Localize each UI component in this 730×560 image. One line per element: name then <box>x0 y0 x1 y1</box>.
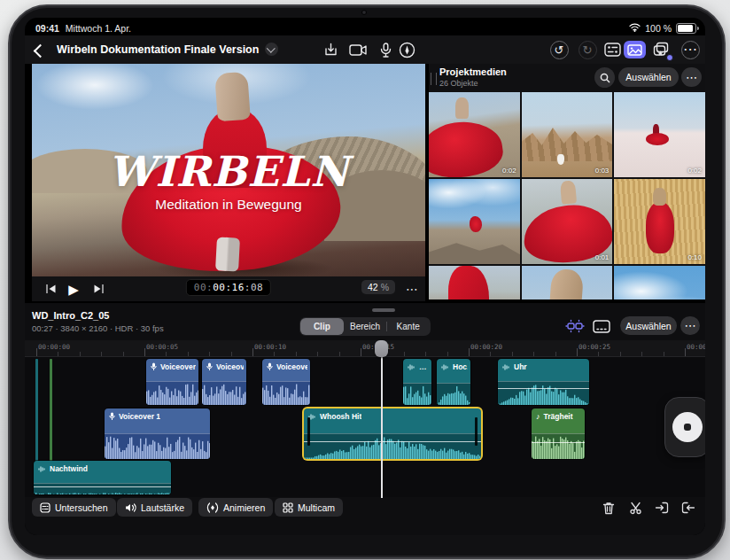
media-thumbnail[interactable]: 0:02 <box>429 179 520 264</box>
volume-button[interactable]: Lautstärke <box>117 498 192 517</box>
screen: 09:41 Mittwoch 1. Apr. 100 % Wirbeln Dok… <box>25 18 705 535</box>
blade-icon[interactable] <box>625 498 645 517</box>
segment-edge[interactable]: Kante <box>386 318 430 335</box>
media-thumbnail[interactable]: 0:02 <box>429 92 520 177</box>
redo-button[interactable]: ↻ <box>578 40 597 59</box>
timeline-more-button[interactable]: ⋯ <box>680 316 700 335</box>
camera-button[interactable] <box>348 40 368 59</box>
clip-duration: 0:01 <box>595 253 610 261</box>
clip-duration: 0:03 <box>595 167 610 175</box>
ruler-label: 00:00:20 <box>470 343 502 351</box>
edit-mode-segmented-control: Clip Bereich Kante <box>299 317 431 336</box>
timeline-clip-traegheit[interactable]: ♪Trägheit <box>532 408 585 459</box>
media-thumbnail[interactable] <box>429 266 520 299</box>
pencil-button[interactable] <box>397 40 416 59</box>
segment-clip[interactable]: Clip <box>300 318 344 335</box>
media-thumbnail[interactable]: 0:03 <box>522 92 613 177</box>
timeline-clip-voiceover-1[interactable]: Voiceover 1 <box>105 408 210 459</box>
dancer-hat <box>214 72 251 121</box>
video-subtitle-overlay: Meditation in Bewegung <box>32 197 425 213</box>
video-title-overlay: WIRBELN <box>32 147 425 196</box>
timecode-display[interactable]: 00:00:16:08 <box>186 279 271 296</box>
timeline-select-button[interactable]: Auswählen <box>620 316 677 335</box>
ruler-label: 00:00:25 <box>579 343 610 351</box>
timeline-resize-handle[interactable] <box>372 308 395 312</box>
clip-duration: 0:02 <box>687 167 702 175</box>
import-button[interactable] <box>321 40 340 59</box>
timeline-ruler[interactable]: 00:00:00 00:00:05 00:00:10 00:00:15 00:0… <box>25 340 705 357</box>
media-select-button[interactable]: Auswählen <box>618 67 679 87</box>
video-viewer[interactable]: WIRBELN Meditation in Bewegung <box>32 64 425 276</box>
battery-percent: 100 % <box>645 23 672 34</box>
jog-dial[interactable] <box>664 397 705 457</box>
skip-back-icon[interactable] <box>43 281 58 297</box>
timeline-footer: Untersuchen Lautstärke Animieren Multica… <box>25 496 705 521</box>
status-date: Mittwoch 1. Apr. <box>66 23 131 34</box>
timeline-clip-whoosh-hit[interactable]: Whoosh Hit <box>304 408 481 459</box>
media-grid: 0:02 0:03 0:02 0:02 0:01 0:10 <box>429 92 705 299</box>
playhead-handle[interactable] <box>375 340 388 357</box>
timeline-tracks: Voiceover 2 Voiceover 2 Voiceover 3 … Ho… <box>25 357 705 497</box>
segment-range[interactable]: Bereich <box>344 318 387 335</box>
inspector-button[interactable] <box>602 40 622 59</box>
viewer-more-button[interactable]: ⋯ <box>406 282 418 296</box>
media-thumbnail[interactable] <box>522 266 613 299</box>
header-more-button[interactable]: ⋯ <box>680 40 700 59</box>
media-browser-button[interactable] <box>624 41 646 58</box>
trim-handle-right[interactable] <box>475 417 478 446</box>
jog-knob[interactable] <box>672 412 703 442</box>
clip-duration: 0:02 <box>502 167 516 175</box>
clip-duration: 0:02 <box>502 253 516 261</box>
media-panel-count: 26 Objekte <box>439 79 478 88</box>
ruler-label: 00:00:00 <box>38 343 70 351</box>
inspect-button[interactable]: Untersuchen <box>32 498 116 517</box>
timeline-clip-uhr[interactable]: Uhr <box>498 359 589 405</box>
app-toolbar: Wirbeln Dokumentation Finale Version ↺ ↻ <box>25 35 705 64</box>
timeline-clip-name: WD_Intro_C2_05 <box>32 310 109 321</box>
front-camera <box>361 10 367 15</box>
panel-resize-handle[interactable] <box>431 73 437 85</box>
clip-duration: 0:10 <box>687 253 702 261</box>
dancer-legs <box>215 237 240 271</box>
media-thumbnail[interactable]: 0:01 <box>522 179 613 264</box>
project-title[interactable]: Wirbeln Dokumentation Finale Version <box>57 43 278 56</box>
chevron-down-icon[interactable] <box>265 43 278 56</box>
ipad-device: 09:41 Mittwoch 1. Apr. 100 % Wirbeln Dok… <box>0 0 730 560</box>
multicam-button[interactable]: Multicam <box>275 498 343 517</box>
magnetic-timeline-icon[interactable] <box>564 316 585 336</box>
timeline-clip-voiceover-3[interactable]: Voiceover 3 <box>262 359 310 405</box>
search-icon[interactable] <box>594 67 615 88</box>
media-thumbnail[interactable]: 0:02 <box>614 92 705 177</box>
notification-dot <box>666 54 673 61</box>
effects-button[interactable] <box>652 40 672 59</box>
play-button[interactable]: ▶ <box>66 281 82 297</box>
ruler-label: 00:00:10 <box>254 343 286 351</box>
timeline-overview-icon[interactable] <box>591 316 611 336</box>
playhead[interactable] <box>381 340 383 498</box>
undo-button[interactable]: ↺ <box>549 40 569 59</box>
media-thumbnail[interactable]: 0:10 <box>614 179 705 264</box>
media-thumbnail[interactable] <box>614 266 705 299</box>
trim-handle-left[interactable] <box>307 417 310 446</box>
battery-icon <box>676 23 696 34</box>
delete-icon[interactable] <box>599 498 618 517</box>
timeline-clip-hochziehen[interactable]: Hoc… <box>437 359 470 405</box>
ruler-label: 00:00:30 <box>687 343 705 351</box>
viewer-zoom-control[interactable]: 42% <box>361 280 395 294</box>
skip-forward-icon[interactable] <box>90 281 106 297</box>
status-bar: 09:41 Mittwoch 1. Apr. 100 % <box>25 18 705 35</box>
timeline-clip-nachtwind[interactable]: Nachtwind <box>34 461 171 494</box>
chevron-left-icon <box>34 44 48 58</box>
microphone-button[interactable] <box>376 40 395 59</box>
timeline-clip-voiceover-2[interactable]: Voiceover 2 <box>202 359 246 405</box>
wifi-icon <box>629 23 641 34</box>
timeline-clip-audio[interactable]: … <box>403 359 431 405</box>
transport-bar: ▶ 00:00:16:08 42% ⋯ <box>32 276 425 301</box>
media-more-button[interactable]: ⋯ <box>681 67 702 87</box>
insert-icon[interactable] <box>652 498 672 517</box>
overwrite-icon[interactable] <box>679 498 698 517</box>
timeline-clip-voiceover-2[interactable]: Voiceover 2 <box>146 359 198 405</box>
back-button[interactable] <box>35 43 45 59</box>
animate-button[interactable]: Animieren <box>198 498 273 517</box>
timeline-section: WD_Intro_C2_05 00:27 · 3840 × 2160 · HDR… <box>25 303 705 535</box>
